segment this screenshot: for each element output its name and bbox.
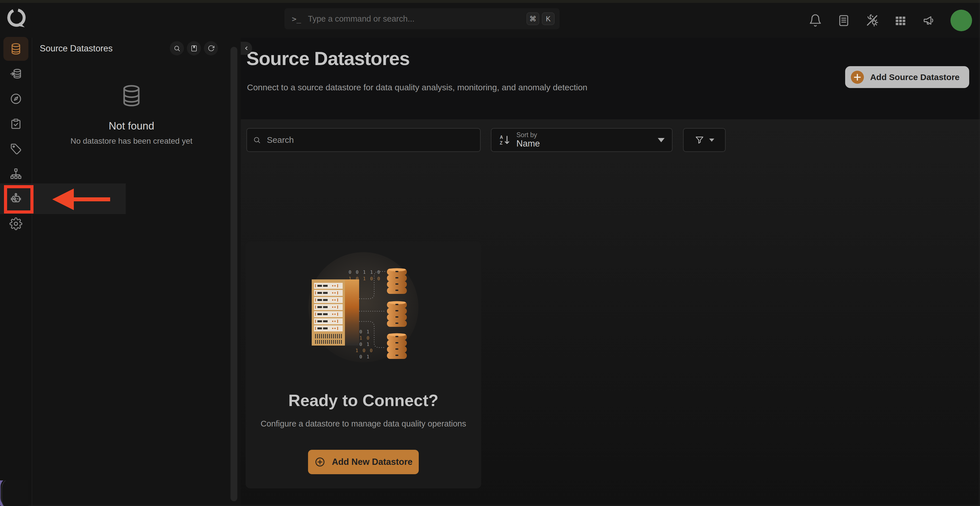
plus-icon	[851, 71, 864, 84]
add-source-datastore-label: Add Source Datastore	[870, 72, 959, 82]
annotation-red-box	[4, 185, 33, 213]
database-import-icon	[10, 67, 22, 80]
kbd-k: K	[542, 13, 554, 25]
funnel-icon	[694, 135, 705, 145]
server-rack	[312, 279, 359, 345]
qualytics-logo[interactable]	[5, 6, 28, 31]
sort-labels: Sort by Name	[516, 131, 540, 149]
main-content: A Z Sort by Name	[241, 119, 980, 506]
terminal-prompt-icon: >_	[292, 14, 301, 23]
chevron-left-icon	[243, 45, 250, 51]
sidebar-item-settings[interactable]	[3, 212, 29, 235]
release-notes-icon[interactable]	[837, 14, 851, 27]
panel-scrollbar[interactable]	[231, 47, 237, 501]
command-input[interactable]	[307, 14, 524, 24]
search-input[interactable]	[266, 135, 474, 145]
database-cylinders	[387, 268, 407, 359]
sidebar-item-checks[interactable]	[3, 112, 29, 136]
svg-text:Z: Z	[500, 140, 503, 145]
add-new-datastore-button[interactable]: Add New Datastore	[308, 450, 419, 474]
sidebar-item-lineage[interactable]	[3, 162, 29, 186]
add-new-datastore-label: Add New Datastore	[332, 457, 412, 467]
datastore-search[interactable]	[247, 128, 480, 152]
panel-bookmark-button[interactable]	[187, 41, 201, 56]
empty-state-title: Not found	[109, 120, 154, 132]
sitemap-icon	[10, 167, 22, 180]
clipboard-check-icon	[10, 117, 22, 130]
ready-to-connect-card: 0 0 1 1 0 1 0 1 0 0	[245, 241, 481, 488]
sort-value: Name	[516, 138, 540, 149]
card-title: Ready to Connect?	[245, 391, 481, 410]
page-title: Source Datastores	[247, 48, 410, 69]
svg-text:0 1: 0 1	[360, 354, 370, 360]
bottom-left-artifact	[0, 481, 29, 506]
search-icon	[173, 45, 181, 52]
search-icon	[253, 136, 261, 144]
announcements-megaphone-icon[interactable]	[922, 14, 936, 27]
sort-label: Sort by	[516, 131, 540, 138]
datastore-connection-illustration: 0 0 1 1 0 1 0 1 0 0	[304, 245, 423, 364]
svg-text:0 1: 0 1	[360, 329, 370, 334]
window-bottom-edge	[0, 505, 980, 506]
gear-icon	[10, 217, 22, 230]
svg-text:1 0 0: 1 0 0	[355, 348, 373, 353]
panel-refresh-button[interactable]	[204, 41, 218, 56]
panel-title: Source Datastores	[40, 43, 113, 54]
chevron-down-icon	[709, 138, 714, 142]
compass-icon	[10, 92, 22, 105]
sort-az-icon: A Z	[499, 134, 511, 146]
kbd-cmd: ⌘	[527, 13, 539, 25]
database-icon	[119, 83, 144, 108]
command-bar[interactable]: >_ ⌘ K	[285, 8, 560, 29]
sidebar-item-source-datastores[interactable]	[3, 37, 29, 61]
empty-state-subtitle: No datastore has been created yet	[70, 137, 192, 146]
toolbar: A Z Sort by Name	[241, 128, 980, 152]
main-header: Source Datastores Connect to a source da…	[241, 38, 980, 119]
bookmark-square-icon	[190, 45, 198, 52]
sidebar-item-tags[interactable]	[3, 137, 29, 161]
window-right-edge	[979, 0, 980, 506]
refresh-icon	[207, 45, 215, 52]
sidebar-item-explore[interactable]	[3, 87, 29, 111]
sort-dropdown[interactable]: A Z Sort by Name	[491, 128, 673, 152]
sidebar-item-enrichment-datastores[interactable]	[3, 62, 29, 86]
annotation-red-arrow-head	[52, 189, 74, 210]
svg-text:A: A	[500, 135, 503, 140]
database-icon	[10, 42, 22, 56]
add-source-datastore-button[interactable]: Add Source Datastore	[845, 66, 969, 88]
main-area: Source Datastores Connect to a source da…	[241, 38, 980, 506]
page-subtitle: Connect to a source datastore for data q…	[247, 83, 587, 92]
panel-search-button[interactable]	[170, 41, 184, 56]
plus-circle-icon	[314, 456, 326, 468]
tag-icon	[10, 142, 22, 155]
svg-text:0 1: 0 1	[360, 342, 370, 347]
user-avatar[interactable]	[950, 10, 972, 31]
chevron-down-icon	[658, 138, 665, 142]
card-subtitle: Configure a datastore to manage data qua…	[245, 419, 481, 428]
apps-grid-icon[interactable]	[894, 14, 907, 27]
topbar: >_ ⌘ K	[0, 3, 980, 38]
filter-dropdown[interactable]	[683, 128, 725, 152]
panel-actions	[170, 41, 218, 56]
empty-state: Not found No datastore has been created …	[32, 83, 231, 146]
annotation-red-arrow-shaft	[73, 197, 110, 201]
notifications-bell-icon[interactable]	[808, 14, 822, 27]
topbar-icons	[808, 3, 972, 38]
window-top-strip	[0, 0, 980, 3]
theme-toggle-icon[interactable]	[865, 14, 879, 27]
app-screen: >_ ⌘ K	[0, 0, 980, 506]
datastores-panel: Source Datastores	[32, 38, 241, 506]
svg-text:1 0: 1 0	[360, 335, 370, 341]
